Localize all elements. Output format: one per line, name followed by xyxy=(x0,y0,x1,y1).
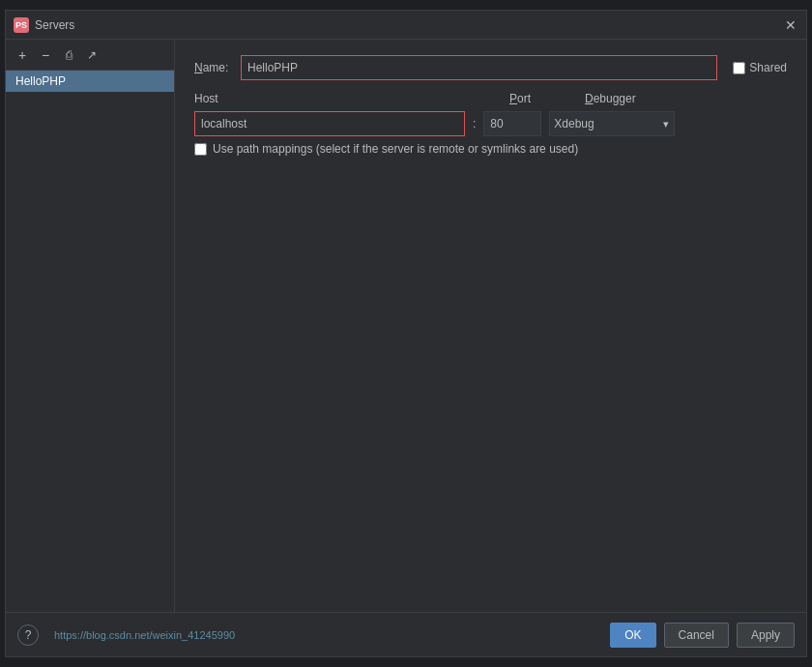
port-input[interactable] xyxy=(483,111,541,136)
host-labels-row: Host Port Debugger xyxy=(194,92,787,105)
title-bar-left: PS Servers xyxy=(14,17,74,33)
path-mapping-checkbox[interactable] xyxy=(194,143,207,156)
host-input[interactable] xyxy=(194,111,465,136)
remove-server-button[interactable]: − xyxy=(35,44,56,66)
server-list: HelloPHP xyxy=(6,71,174,612)
servers-dialog: PS Servers ✕ + − ⎙ ↗ HelloPHP Name: xyxy=(5,10,807,657)
debugger-select[interactable]: Xdebug Zend Debugger xyxy=(549,111,675,136)
add-server-button[interactable]: + xyxy=(12,44,33,66)
copy-server-button[interactable]: ⎙ xyxy=(58,44,79,66)
bottom-bar: ? https://blog.csdn.net/weixin_41245990 … xyxy=(6,612,806,656)
ok-button[interactable]: OK xyxy=(610,623,655,648)
host-inputs-row: : Xdebug Zend Debugger xyxy=(194,111,787,136)
title-bar: PS Servers ✕ xyxy=(6,11,806,40)
shared-label: Shared xyxy=(749,61,787,74)
host-section: Host Port Debugger : Xdebug Zend Debugge… xyxy=(194,92,787,156)
sidebar-toolbar: + − ⎙ ↗ xyxy=(6,40,174,71)
url-hint: https://blog.csdn.net/weixin_41245990 xyxy=(46,629,602,641)
host-label: Host xyxy=(194,92,465,105)
debugger-label: Debugger xyxy=(585,92,636,105)
name-input[interactable] xyxy=(241,55,717,80)
name-label: Name: xyxy=(194,61,233,74)
close-button[interactable]: ✕ xyxy=(783,17,798,33)
shared-checkbox[interactable] xyxy=(733,62,745,74)
path-mapping-row: Use path mappings (select if the server … xyxy=(194,142,787,156)
dialog-title: Servers xyxy=(35,18,74,32)
port-label: Port xyxy=(509,92,577,105)
path-mapping-label: Use path mappings (select if the server … xyxy=(213,142,578,156)
name-row: Name: Shared xyxy=(194,55,787,80)
bottom-left: ? xyxy=(17,624,39,646)
ps-app-icon: PS xyxy=(14,17,29,33)
help-button[interactable]: ? xyxy=(17,624,39,646)
move-server-button[interactable]: ↗ xyxy=(81,44,102,66)
main-panel: Name: Shared Host Port Debugger xyxy=(175,40,806,612)
server-item[interactable]: HelloPHP xyxy=(6,71,174,92)
cancel-button[interactable]: Cancel xyxy=(664,623,729,648)
colon-separator: : xyxy=(473,117,476,130)
dialog-body: + − ⎙ ↗ HelloPHP Name: Shared xyxy=(6,40,806,612)
shared-row: Shared xyxy=(733,61,787,74)
sidebar: + − ⎙ ↗ HelloPHP xyxy=(6,40,175,612)
debugger-select-wrapper: Xdebug Zend Debugger xyxy=(549,111,675,136)
apply-button[interactable]: Apply xyxy=(737,623,795,648)
